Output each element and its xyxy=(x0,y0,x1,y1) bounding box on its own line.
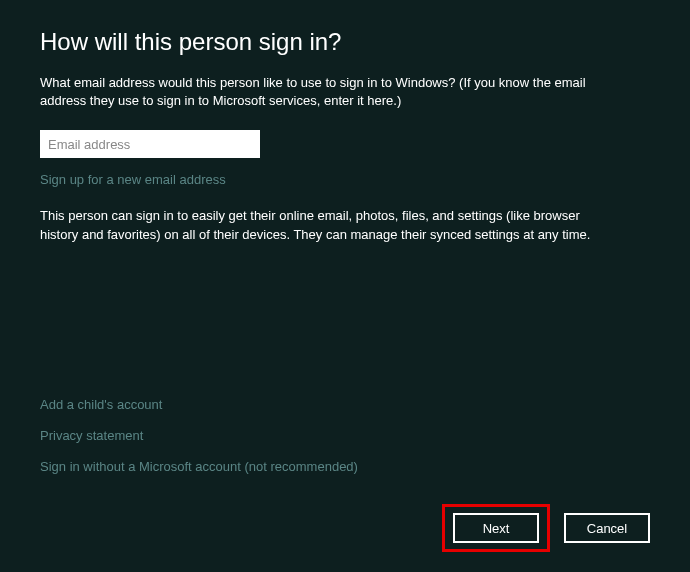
signup-email-link[interactable]: Sign up for a new email address xyxy=(40,172,650,187)
next-button-highlight: Next xyxy=(442,504,550,552)
intro-text: What email address would this person lik… xyxy=(40,74,600,110)
next-button[interactable]: Next xyxy=(453,513,539,543)
bottom-links-group: Add a child's account Privacy statement … xyxy=(40,397,358,490)
add-child-account-link[interactable]: Add a child's account xyxy=(40,397,358,412)
button-row: Next Cancel xyxy=(442,504,650,552)
email-field[interactable] xyxy=(40,130,260,158)
page-title: How will this person sign in? xyxy=(40,28,650,56)
cancel-button[interactable]: Cancel xyxy=(564,513,650,543)
sign-in-without-account-link[interactable]: Sign in without a Microsoft account (not… xyxy=(40,459,358,474)
description-text: This person can sign in to easily get th… xyxy=(40,207,620,243)
privacy-statement-link[interactable]: Privacy statement xyxy=(40,428,358,443)
